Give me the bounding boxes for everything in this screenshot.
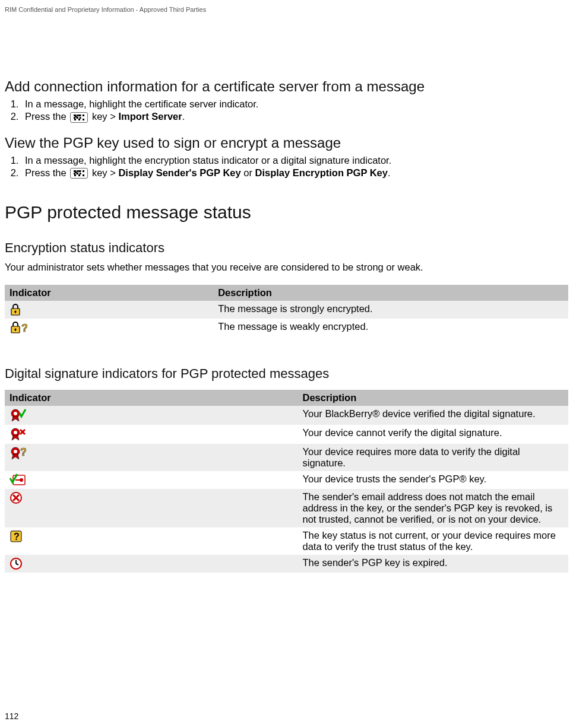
step-item: In a message, highlight the certificate … <box>21 98 568 110</box>
table-row: Your device cannot verify the digital si… <box>5 425 568 444</box>
svg-rect-0 <box>74 115 76 116</box>
svg-rect-10 <box>74 174 76 176</box>
svg-point-26 <box>14 450 17 453</box>
svg-text:?: ? <box>20 446 26 458</box>
description-cell: Your device trusts the sender's PGP® key… <box>297 471 568 489</box>
th-indicator: Indicator <box>5 390 297 406</box>
svg-rect-6 <box>77 116 78 118</box>
svg-rect-2 <box>83 115 84 116</box>
step-item: In a message, highlight the encryption s… <box>21 155 568 166</box>
description-cell: The message is weakly encrypted. <box>213 319 568 336</box>
step-text-bold: Display Encryption PGP Key <box>255 167 388 178</box>
svg-rect-1 <box>78 115 80 116</box>
step-text: Press the <box>25 111 69 122</box>
step-text: key > <box>89 167 118 178</box>
th-description: Description <box>297 390 568 406</box>
indicator-cell <box>5 471 297 489</box>
indicator-cell: ? <box>5 319 213 336</box>
svg-rect-4 <box>78 119 80 120</box>
svg-rect-7 <box>74 170 76 172</box>
svg-point-22 <box>14 412 17 415</box>
heading-pgp-status: PGP protected message status <box>5 202 568 222</box>
ribbon-check-icon <box>10 408 26 422</box>
encryption-intro-text: Your administrator sets whether messages… <box>5 262 568 273</box>
key-trusted-check-icon <box>10 473 26 487</box>
svg-rect-30 <box>15 479 20 481</box>
table-row: Your device trusts the sender's PGP® key… <box>5 471 568 489</box>
heading-signature-indicators: Digital signature indicators for PGP pro… <box>5 366 568 382</box>
step-item: Press the key > Display Sender's PGP Key… <box>21 167 568 179</box>
indicator-cell: ? <box>5 444 297 471</box>
description-cell: The sender's email address does not matc… <box>297 489 568 527</box>
description-cell: Your device cannot verify the digital si… <box>297 425 568 444</box>
table-header-row: Indicator Description <box>5 285 568 301</box>
indicator-cell: ? <box>5 527 297 555</box>
heading-view-pgp: View the PGP key used to sign or encrypt… <box>5 135 568 151</box>
step-item: Press the key > Import Server. <box>21 111 568 123</box>
table-row: ? The message is weakly encrypted. <box>5 319 568 336</box>
step-text: Press the <box>25 167 69 178</box>
indicator-cell <box>5 406 297 425</box>
menu-key-icon <box>70 168 88 179</box>
heading-add-connection: Add connection information for a certifi… <box>5 78 568 95</box>
ribbon-question-icon: ? <box>10 446 26 460</box>
step-text: . <box>182 111 185 122</box>
steps-view-pgp: In a message, highlight the encryption s… <box>5 155 568 179</box>
svg-rect-9 <box>83 170 84 172</box>
lock-strong-icon <box>10 303 21 316</box>
svg-rect-12 <box>83 174 84 176</box>
table-row: The message is strongly encrypted. <box>5 301 568 319</box>
svg-rect-3 <box>74 119 76 120</box>
svg-rect-5 <box>83 119 84 120</box>
indicator-cell <box>5 425 297 444</box>
steps-add-connection: In a message, highlight the certificate … <box>5 98 568 123</box>
description-cell: The sender's PGP key is expired. <box>297 555 568 573</box>
svg-text:?: ? <box>14 532 20 542</box>
svg-rect-19 <box>15 329 16 331</box>
x-circle-icon <box>10 491 23 504</box>
svg-rect-11 <box>78 174 80 176</box>
svg-point-24 <box>14 431 17 434</box>
table-row: The sender's PGP key is expired. <box>5 555 568 573</box>
encryption-indicators-table: Indicator Description The message is str… <box>5 285 568 336</box>
th-description: Description <box>213 285 568 301</box>
table-row: ? Your device requires more data to veri… <box>5 444 568 471</box>
step-text-bold: Import Server <box>118 111 182 122</box>
description-cell: The message is strongly encrypted. <box>213 301 568 319</box>
heading-encryption-indicators: Encryption status indicators <box>5 240 568 256</box>
svg-rect-13 <box>77 173 78 174</box>
description-cell: Your BlackBerry® device verified the dig… <box>297 406 568 425</box>
indicator-cell <box>5 489 297 527</box>
table-header-row: Indicator Description <box>5 390 568 406</box>
indicator-cell <box>5 301 213 319</box>
svg-text:?: ? <box>21 322 27 334</box>
clock-expired-icon <box>10 557 23 570</box>
table-row: ? The key status is not current, or your… <box>5 527 568 555</box>
description-cell: The key status is not current, or your d… <box>297 527 568 555</box>
svg-rect-16 <box>15 311 16 313</box>
header-note: RIM Confidential and Proprietary Informa… <box>5 6 568 13</box>
lock-weak-question-icon: ? <box>10 321 27 334</box>
step-text: key > <box>89 111 118 122</box>
step-text: or <box>241 167 255 178</box>
table-row: Your BlackBerry® device verified the dig… <box>5 406 568 425</box>
step-text: . <box>388 167 391 178</box>
th-indicator: Indicator <box>5 285 213 301</box>
description-cell: Your device requires more data to verify… <box>297 444 568 471</box>
menu-key-icon <box>70 112 88 123</box>
step-text-bold: Display Sender's PGP Key <box>118 167 240 178</box>
indicator-cell <box>5 555 297 573</box>
question-box-icon: ? <box>10 530 23 543</box>
svg-rect-8 <box>78 170 80 172</box>
signature-indicators-table: Indicator Description Your BlackBerry® d… <box>5 390 568 573</box>
table-row: The sender's email address does not matc… <box>5 489 568 527</box>
ribbon-x-icon <box>10 427 26 441</box>
